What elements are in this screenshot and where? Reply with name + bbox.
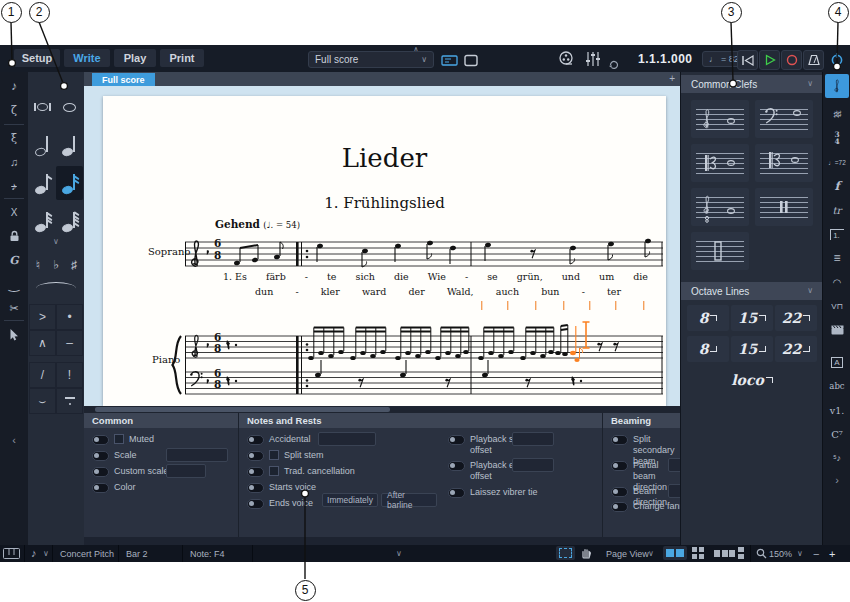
vertical-pages-icon[interactable] xyxy=(738,547,744,559)
layout-selector[interactable]: Full score ∨ xyxy=(308,51,434,68)
tab-setup[interactable]: Setup xyxy=(14,49,60,67)
add-tab-button[interactable]: + xyxy=(669,73,675,84)
dynamics-icon[interactable]: f xyxy=(825,176,849,196)
more-durations-icon[interactable]: ∨ xyxy=(53,238,59,246)
duration-thirtysecond-button[interactable] xyxy=(29,204,56,238)
alto-clef-button[interactable] xyxy=(691,144,749,182)
property-change-fanned-beam[interactable]: Change fanned beam dir xyxy=(611,501,680,512)
treble-clef-8vb-button[interactable] xyxy=(691,188,749,226)
octave-15ma-button[interactable]: 15 xyxy=(731,305,773,331)
keyboard-icon[interactable] xyxy=(3,548,20,561)
rests-icon[interactable]: ζ xyxy=(2,100,26,120)
collapse-left-panel-icon[interactable]: ‹ xyxy=(2,430,26,450)
zoom-magnifier-icon[interactable] xyxy=(756,548,767,561)
chevron-down-icon[interactable]: ∨ xyxy=(396,550,402,558)
hand-tool-icon[interactable] xyxy=(579,546,593,562)
select-arrow-icon[interactable] xyxy=(2,324,26,344)
properties-group-beaming[interactable]: Beaming xyxy=(603,413,680,428)
spreads-view-selected[interactable] xyxy=(663,546,687,560)
property-starts-voice[interactable]: Starts voice xyxy=(247,482,316,493)
property-muted[interactable]: Muted xyxy=(92,434,154,445)
slash-voice-icon[interactable]: ♪ xyxy=(2,176,26,196)
loure-button[interactable] xyxy=(56,388,83,414)
play-button[interactable] xyxy=(759,50,780,70)
grace-notes-icon[interactable]: ξ xyxy=(2,128,26,148)
playback-start-input[interactable] xyxy=(512,432,554,446)
toggle[interactable] xyxy=(611,487,628,497)
ties-icon[interactable]: ‿ xyxy=(2,274,26,294)
octave-lines-header[interactable]: Octave Lines ∨ xyxy=(681,282,823,300)
accent-button[interactable]: > xyxy=(29,304,56,330)
collapse-right-panel-icon[interactable]: › xyxy=(825,470,849,490)
repeat-endings-icon[interactable]: 1. xyxy=(825,224,849,244)
rewind-to-start-button[interactable] xyxy=(737,50,758,70)
scrollbar-thumb[interactable] xyxy=(95,407,390,412)
natural-button[interactable]: ♮ xyxy=(29,256,47,274)
note-input-icon[interactable]: ♪ xyxy=(2,76,26,96)
properties-group-common[interactable]: Common xyxy=(84,413,238,428)
toggle[interactable] xyxy=(448,488,465,498)
holds-fermata-icon[interactable]: ◠ xyxy=(825,272,849,292)
bars-icon[interactable]: ≡ xyxy=(825,248,849,268)
octave-8va-button[interactable]: 8 xyxy=(687,305,729,331)
marquee-tool-selected[interactable] xyxy=(556,546,575,560)
toggle[interactable] xyxy=(247,499,264,509)
playing-techniques-icon[interactable]: V⊓ xyxy=(825,296,849,316)
mixer-icon[interactable] xyxy=(584,50,602,72)
zoom-out-button[interactable]: − xyxy=(813,548,819,560)
toggle[interactable] xyxy=(611,461,628,471)
octave-22mb-button[interactable]: 22 xyxy=(775,336,817,362)
time-signatures-icon[interactable]: 3 4 xyxy=(825,128,849,148)
ends-voice-after-barline-button[interactable]: After barline xyxy=(381,493,437,507)
octave-8vb-button[interactable]: 8 xyxy=(687,336,729,362)
custom-scale-input[interactable] xyxy=(166,464,206,478)
property-accidental[interactable]: Accidental xyxy=(247,434,311,445)
galley-view-icon[interactable] xyxy=(441,53,458,71)
insert-icon[interactable]: X xyxy=(2,202,26,222)
frames-icon[interactable]: A xyxy=(825,352,849,372)
toggle[interactable] xyxy=(92,451,109,461)
page-view-toggle-icon[interactable] xyxy=(463,53,479,71)
loco-button[interactable]: loco xyxy=(721,367,783,393)
page-view-selector[interactable]: Page View xyxy=(606,549,649,559)
tempo-icon[interactable]: ♩=72 xyxy=(825,152,849,172)
note-duration-status-icon[interactable]: ♪ xyxy=(31,547,37,559)
duration-sixteenth-button-selected[interactable] xyxy=(56,166,83,200)
audio-engine-icon[interactable] xyxy=(827,50,846,68)
duration-half-button[interactable] xyxy=(29,128,56,162)
percussion-clef-button[interactable] xyxy=(755,188,813,226)
duration-breve-button[interactable] xyxy=(29,90,56,124)
toggle[interactable] xyxy=(448,461,465,471)
ornaments-icon[interactable]: tr xyxy=(825,200,849,220)
clefs-tool-selected[interactable] xyxy=(825,74,849,98)
figured-bass-icon[interactable]: ⁵♪ xyxy=(825,448,849,468)
toggle[interactable] xyxy=(247,451,264,461)
toggle[interactable] xyxy=(247,435,264,445)
accidental-dropdown[interactable] xyxy=(318,432,376,446)
lock-durations-icon[interactable] xyxy=(2,226,26,246)
tab-print[interactable]: Print xyxy=(160,49,204,67)
toggle[interactable] xyxy=(247,467,264,477)
concert-pitch-status[interactable]: Concert Pitch xyxy=(60,549,114,559)
toggle[interactable] xyxy=(448,435,465,445)
tab-play[interactable]: Play xyxy=(114,49,156,67)
duration-eighth-button[interactable] xyxy=(29,166,56,200)
grid-view-icon[interactable] xyxy=(692,547,704,559)
property-split-stem[interactable]: Split stem xyxy=(247,450,324,461)
stress-button[interactable]: / xyxy=(29,362,56,388)
property-custom-scale[interactable]: Custom scale xyxy=(92,466,169,477)
partial-beam-dropdown-clipped[interactable] xyxy=(668,458,680,472)
tuplets-icon[interactable]: ♫ xyxy=(2,152,26,172)
horizontal-pages-icon[interactable] xyxy=(714,550,735,557)
marcato-button[interactable]: ∧ xyxy=(29,330,56,356)
property-trad-cancellation[interactable]: Trad. cancellation xyxy=(247,466,355,477)
scissors-icon[interactable]: ✂ xyxy=(2,298,26,318)
key-signatures-icon[interactable]: ♯♯ xyxy=(825,104,849,124)
force-duration-icon[interactable]: G xyxy=(2,250,26,270)
tenuto-button[interactable]: – xyxy=(56,330,83,356)
sharp-button[interactable]: ♯ xyxy=(65,256,83,274)
common-clefs-header[interactable]: Common Clefs ∨ xyxy=(681,75,823,93)
property-laissez-vibrer[interactable]: Laissez vibrer tie xyxy=(448,487,538,498)
ends-voice-immediately-button[interactable]: Immediately xyxy=(322,493,378,507)
duration-quarter-button[interactable] xyxy=(56,128,83,162)
